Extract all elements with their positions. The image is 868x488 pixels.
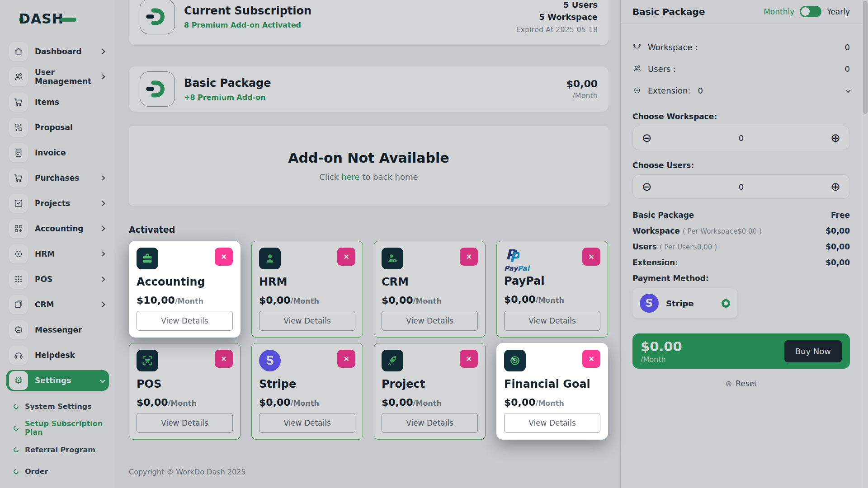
- addon-grid: × Accounting $10,00/Month View Details ×…: [129, 241, 609, 440]
- addon-card-project: × Project $0,00/Month View Details: [374, 343, 486, 440]
- addon-price: $0,00: [137, 397, 168, 408]
- submenu-bullet-icon: [13, 403, 20, 410]
- close-icon[interactable]: ×: [460, 350, 478, 368]
- summary-label: Extension:: [632, 258, 678, 267]
- basic-package-price: $0,00: [566, 78, 598, 89]
- sidebar-item-label: Purchases: [35, 174, 79, 183]
- minus-icon[interactable]: ⊖: [642, 181, 652, 192]
- submenu-item-label: Referral Program: [25, 446, 95, 454]
- view-details-button[interactable]: View Details: [137, 311, 233, 331]
- sidebar-item-user-management[interactable]: User Management: [6, 66, 109, 87]
- sidebar-item-crm[interactable]: CRM: [6, 294, 109, 315]
- close-icon[interactable]: ×: [460, 248, 478, 266]
- monthly-label[interactable]: Monthly: [764, 7, 794, 16]
- minus-icon[interactable]: ⊖: [642, 132, 652, 144]
- total-bar: $0.00 /Month Buy Now: [632, 333, 850, 369]
- activated-heading: Activated: [129, 225, 609, 235]
- view-details-button[interactable]: View Details: [137, 413, 233, 433]
- document-icon: [9, 143, 28, 162]
- counter-value: 0: [845, 64, 850, 74]
- plus-icon[interactable]: ⊕: [830, 181, 840, 192]
- billing-toggle[interactable]: [800, 6, 821, 17]
- close-icon[interactable]: ×: [582, 248, 600, 266]
- extension-counter-row[interactable]: Extension: 0: [632, 80, 850, 101]
- close-icon[interactable]: ×: [215, 350, 233, 368]
- basic-package-addons-link[interactable]: +8 Premium Add-on: [184, 93, 271, 102]
- scrollbar-thumb[interactable]: [863, 1, 868, 114]
- app-logo[interactable]: DASH: [6, 7, 109, 34]
- sidebar-item-label: Helpdesk: [35, 351, 75, 360]
- grid-dots-icon: [9, 270, 28, 289]
- sidebar-item-messenger[interactable]: Messenger: [6, 319, 109, 340]
- sidebar-item-label: Proposal: [35, 123, 73, 132]
- view-details-button[interactable]: View Details: [382, 413, 478, 433]
- reset-circle-x-icon: ⊗: [725, 379, 732, 388]
- submenu-item-order[interactable]: Order: [14, 460, 109, 482]
- sidebar-item-pos[interactable]: POS: [6, 269, 109, 290]
- addon-name: Stripe: [259, 378, 355, 390]
- addon-period: /Month: [536, 296, 564, 305]
- view-details-button[interactable]: View Details: [504, 413, 600, 433]
- copyright-text: Copyright © WorkDo Dash 2025: [129, 468, 609, 476]
- addon-period: /Month: [413, 399, 442, 408]
- summary-value: $0,00: [826, 258, 850, 267]
- view-details-button[interactable]: View Details: [504, 311, 600, 331]
- view-details-button[interactable]: View Details: [382, 311, 478, 331]
- submenu-item-setup-subscription-plan[interactable]: Setup Subscription Plan: [14, 417, 109, 439]
- check-square-icon: [9, 194, 28, 213]
- svg-text:P: P: [509, 249, 519, 264]
- stripe-payment-option[interactable]: S Stripe: [632, 288, 737, 318]
- chevron-right-icon: [100, 74, 105, 79]
- view-details-button[interactable]: View Details: [259, 311, 355, 331]
- page-scrollbar[interactable]: [862, 0, 868, 488]
- price-summary: Basic Package Free Workspace ( Per Works…: [632, 211, 850, 267]
- billing-toggle-group: Monthly Yearly: [764, 6, 850, 17]
- subscription-expired: Expired At 2025-05-18: [516, 25, 598, 34]
- sidebar-item-label: Projects: [35, 199, 70, 208]
- addon-name: POS: [137, 378, 233, 390]
- summary-value: $0,00: [826, 242, 850, 251]
- view-details-button[interactable]: View Details: [259, 413, 355, 433]
- plus-icon[interactable]: ⊕: [830, 132, 840, 144]
- stripe-icon: S: [640, 294, 659, 313]
- sidebar-item-purchases[interactable]: Purchases: [6, 168, 109, 188]
- summary-value: Free: [831, 211, 850, 220]
- summary-label: Basic Package: [632, 211, 694, 220]
- subscription-panel: Basic Package Monthly Yearly Workspace :…: [620, 0, 862, 488]
- close-icon[interactable]: ×: [337, 248, 355, 266]
- premium-addon-link[interactable]: 8 Premium Add-on Activated: [184, 21, 311, 29]
- subscription-workspace: 5 Workspace: [516, 12, 598, 22]
- addon-card-stripe: S × Stripe $0,00/Month View Details: [251, 343, 363, 440]
- sidebar-item-label: Settings: [35, 376, 71, 385]
- yearly-label[interactable]: Yearly: [827, 7, 850, 16]
- sidebar-item-dashboard[interactable]: Dashboard: [6, 41, 109, 62]
- buy-now-button[interactable]: Buy Now: [784, 340, 842, 362]
- close-icon[interactable]: ×: [337, 350, 355, 368]
- addon-price: $0,00: [504, 397, 536, 408]
- submenu-item-system-settings[interactable]: System Settings: [14, 395, 109, 417]
- sidebar-item-accounting[interactable]: Accounting: [6, 218, 109, 239]
- addon-period: /Month: [536, 399, 564, 408]
- sidebar-item-invoice[interactable]: Invoice: [6, 142, 109, 163]
- choose-workspace-label: Choose Workspace:: [632, 112, 850, 121]
- sidebar-item-hrm[interactable]: HRM: [6, 244, 109, 264]
- sidebar-item-projects[interactable]: Projects: [6, 193, 109, 214]
- sidebar-item-label: Items: [35, 98, 59, 107]
- close-icon[interactable]: ×: [215, 248, 233, 266]
- sidebar-item-helpdesk[interactable]: Helpdesk: [6, 345, 109, 366]
- reset-button[interactable]: ⊗ Reset: [632, 379, 850, 388]
- radio-selected-icon[interactable]: [722, 299, 730, 308]
- chevron-right-icon: [100, 226, 105, 231]
- close-icon[interactable]: ×: [582, 350, 600, 368]
- back-home-link[interactable]: here: [341, 172, 360, 182]
- submenu-item-referral-program[interactable]: Referral Program: [14, 439, 109, 460]
- sidebar-item-items[interactable]: Items: [6, 92, 109, 113]
- sidebar-item-proposal[interactable]: Proposal: [6, 117, 109, 138]
- users-icon: [9, 67, 28, 86]
- banner-text: Click: [319, 172, 341, 182]
- users-icon: [632, 64, 642, 73]
- users-stepper-value: 0: [739, 182, 744, 192]
- banner-title: Add-on Not Available: [288, 150, 449, 166]
- sidebar-item-settings[interactable]: ⚙ Settings: [6, 370, 109, 391]
- briefcase-icon: [137, 248, 158, 269]
